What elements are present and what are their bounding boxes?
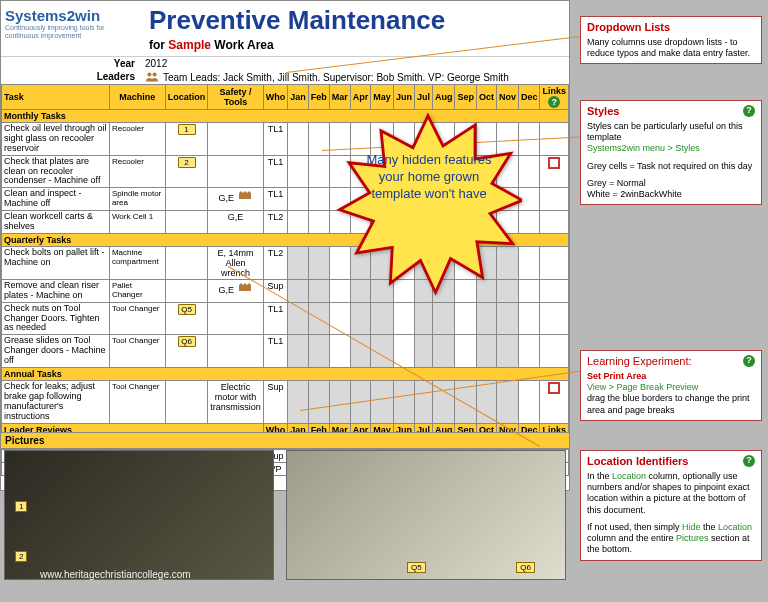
table-row[interactable]: Check bolts on pallet lift - Machine onM…: [2, 246, 569, 279]
year-label: Year: [1, 57, 141, 70]
table-row[interactable]: Check for leaks; adjust brake gap follow…: [2, 381, 569, 424]
picture-1: 1 2: [4, 450, 274, 580]
callout-location: ? Location Identifiers In the Location c…: [580, 450, 762, 561]
people-icon: [145, 71, 159, 83]
table-row[interactable]: Check that plates are clean on recooler …: [2, 155, 569, 188]
pdf-icon[interactable]: [548, 157, 560, 169]
section-monthly: Monthly Tasks: [2, 110, 569, 123]
location-tag: 2: [15, 551, 27, 562]
hdr-location: Location: [165, 85, 208, 110]
hdr-task: Task: [2, 85, 110, 110]
location-tag: 1: [15, 501, 27, 512]
brand-name: Systems2win: [5, 7, 137, 24]
help-icon[interactable]: ?: [743, 355, 755, 367]
brand-tagline: Continuously improving tools for continu…: [5, 24, 137, 39]
gloves-icon: [237, 281, 253, 293]
watermark: www.heritagechristiancollege.com: [40, 569, 191, 580]
hdr-who: Who: [263, 85, 288, 110]
hdr-machine: Machine: [109, 85, 165, 110]
help-icon[interactable]: ?: [743, 455, 755, 467]
table-row[interactable]: Check nuts on Tool Changer Doors. Tighte…: [2, 302, 569, 335]
svg-point-0: [147, 72, 151, 76]
logo: Systems2win Continuously improving tools…: [1, 1, 141, 45]
schedule-table: Task Machine Location Safety / Tools Who…: [1, 84, 569, 476]
svg-rect-5: [550, 384, 558, 392]
location-tag: 2: [178, 157, 196, 168]
hdr-safety: Safety / Tools: [208, 85, 264, 110]
location-tag: Q6: [178, 336, 196, 347]
location-tag: Q6: [516, 562, 535, 573]
help-icon[interactable]: ?: [743, 105, 755, 117]
callout-print-area: ? Learning Experiment: Set Print Area Vi…: [580, 350, 762, 421]
table-row[interactable]: Grease slides on Tool Changer doors - Ma…: [2, 335, 569, 368]
leaders-label: Leaders: [1, 70, 141, 84]
table-row[interactable]: Check oil level through oil sight glass …: [2, 123, 569, 156]
section-annual: Annual Tasks: [2, 368, 569, 381]
location-tag: Q5: [178, 304, 196, 315]
header-row: Task Machine Location Safety / Tools Who…: [2, 85, 569, 110]
table-row[interactable]: Clean workcell carts & shelvesWork Cell …: [2, 211, 569, 234]
location-tag: 1: [178, 124, 196, 135]
table-row[interactable]: Clean and inspect - Machine offSpindle m…: [2, 188, 569, 211]
svg-point-1: [153, 72, 157, 76]
pdf-icon[interactable]: [548, 382, 560, 394]
leaders-value[interactable]: Team Leads: Jack Smith, Jill Smith. Supe…: [141, 70, 569, 84]
spreadsheet: Systems2win Continuously improving tools…: [0, 0, 570, 491]
callout-dropdown-lists: Dropdown Lists Many columns use dropdown…: [580, 16, 762, 64]
callout-styles: ? Styles Styles can be particularly usef…: [580, 100, 762, 205]
svg-rect-3: [550, 159, 558, 167]
hdr-links: Links ?: [540, 85, 569, 110]
picture-2: Q5 Q6: [286, 450, 566, 580]
gloves-icon: [237, 189, 253, 201]
section-quarterly: Quarterly Tasks: [2, 233, 569, 246]
location-tag: Q5: [407, 562, 426, 573]
help-icon[interactable]: ?: [548, 96, 560, 108]
page-title: Preventive Maintenance: [149, 5, 561, 36]
pictures-header: Pictures: [0, 432, 570, 449]
